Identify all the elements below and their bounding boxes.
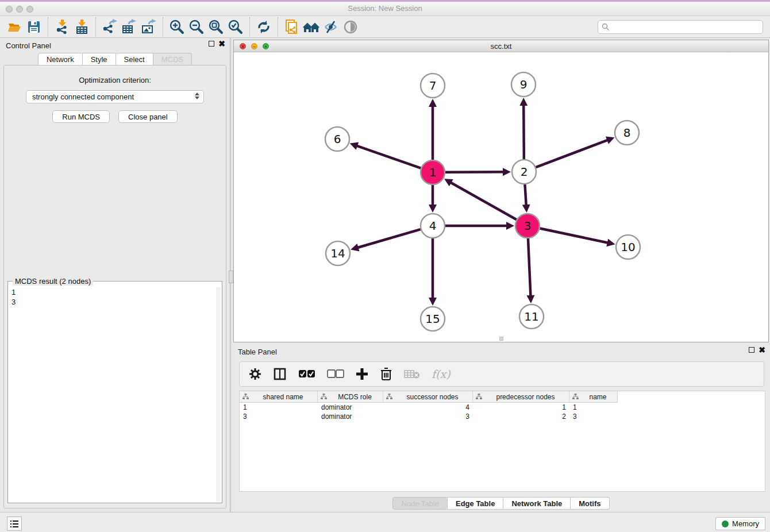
function-builder-icon[interactable]: f(x) xyxy=(432,368,451,380)
zoom-in-icon[interactable] xyxy=(167,18,187,36)
columns-icon[interactable] xyxy=(273,367,287,381)
svg-text:6: 6 xyxy=(334,132,341,146)
edge-4-14[interactable] xyxy=(357,229,421,248)
new-network-icon[interactable] xyxy=(282,18,302,36)
edge-3-11[interactable] xyxy=(528,238,531,297)
edge-2-3[interactable] xyxy=(525,184,526,206)
export-table-icon[interactable] xyxy=(120,18,139,36)
column-header-predecessor-nodes[interactable]: predecessor nodes xyxy=(473,391,569,403)
network-canvas[interactable]: 7968124314101511 xyxy=(234,52,768,342)
export-network-icon[interactable] xyxy=(100,18,120,36)
tab-style[interactable]: Style xyxy=(83,53,116,65)
delete-column-icon[interactable] xyxy=(380,367,392,381)
canvas-grip[interactable] xyxy=(499,337,503,341)
zoom-out-icon[interactable] xyxy=(187,18,206,36)
close-panel-button[interactable]: Close panel xyxy=(118,110,178,123)
show-all-icon[interactable] xyxy=(302,18,321,36)
column-header-name[interactable]: name xyxy=(569,391,618,403)
zoom-selected-icon[interactable] xyxy=(226,18,245,36)
graph-node-4[interactable]: 4 xyxy=(421,214,445,238)
network-window-titlebar[interactable]: ✕ − + scc.txt xyxy=(234,40,768,52)
add-column-icon[interactable] xyxy=(356,368,368,380)
table-row[interactable]: 1dominator411 xyxy=(240,403,765,412)
hide-selected-icon[interactable] xyxy=(321,18,341,36)
close-panel-icon[interactable]: ✖ xyxy=(218,41,225,47)
svg-text:14: 14 xyxy=(330,246,345,260)
graph-node-11[interactable]: 11 xyxy=(519,304,544,329)
graph-node-7[interactable]: 7 xyxy=(421,74,445,98)
table-cell[interactable]: 3 xyxy=(383,412,473,421)
import-network-icon[interactable] xyxy=(52,18,72,36)
tab-mcds[interactable]: MCDS xyxy=(153,53,192,65)
search-input[interactable] xyxy=(610,23,763,31)
column-header-MCDS-role[interactable]: MCDS role xyxy=(318,391,383,403)
graph-node-15[interactable]: 15 xyxy=(421,307,445,331)
svg-text:1: 1 xyxy=(429,165,437,179)
open-file-icon[interactable] xyxy=(5,18,24,36)
tab-network[interactable]: Network xyxy=(38,53,83,65)
table-cell[interactable]: dominator xyxy=(318,412,383,421)
search-icon xyxy=(602,23,610,31)
tab-edge-table[interactable]: Edge Table xyxy=(448,497,503,510)
task-history-button[interactable] xyxy=(7,516,22,531)
edge-3-1[interactable] xyxy=(450,182,517,220)
tab-network-table[interactable]: Network Table xyxy=(503,497,571,510)
graph-node-2[interactable]: 2 xyxy=(512,160,536,184)
edge-1-2[interactable] xyxy=(445,172,505,172)
run-mcds-button[interactable]: Run MCDS xyxy=(52,110,110,123)
edge-arrowhead xyxy=(429,99,437,107)
table-cell[interactable]: dominator xyxy=(318,403,383,412)
select-all-icon[interactable] xyxy=(298,369,315,379)
edge-arrowhead xyxy=(350,142,359,150)
memory-button[interactable]: Memory xyxy=(715,517,765,530)
titlebar: Session: New Session xyxy=(0,2,770,16)
gear-icon[interactable] xyxy=(249,368,261,380)
network-window-title: scc.txt xyxy=(234,42,768,51)
table-cell[interactable]: 1 xyxy=(473,403,569,412)
edge-2-8[interactable] xyxy=(536,140,609,167)
graph-node-10[interactable]: 10 xyxy=(616,235,640,259)
tab-select[interactable]: Select xyxy=(116,53,153,65)
node-table[interactable]: shared nameMCDS rolesuccessor nodesprede… xyxy=(239,391,765,492)
table-cell[interactable]: 3 xyxy=(240,412,318,421)
tab-motifs[interactable]: Motifs xyxy=(571,497,609,510)
delete-table-icon[interactable] xyxy=(404,369,420,379)
network-view-window: ✕ − + scc.txt 7968124314101511 xyxy=(233,40,769,342)
statusbar: Memory xyxy=(0,512,770,532)
table-row[interactable]: 3dominator323 xyxy=(240,412,765,421)
edge-2-9[interactable] xyxy=(523,104,524,159)
deselect-all-icon[interactable] xyxy=(327,369,344,379)
refresh-layout-icon[interactable] xyxy=(254,18,274,36)
float-panel-icon[interactable] xyxy=(209,41,214,47)
table-cell[interactable]: 4 xyxy=(383,403,473,412)
result-scrollbar[interactable] xyxy=(216,287,221,502)
export-image-icon[interactable] xyxy=(139,18,159,36)
save-session-icon[interactable] xyxy=(24,18,44,36)
column-header-successor-nodes[interactable]: successor nodes xyxy=(383,391,473,403)
search-box[interactable] xyxy=(598,20,763,34)
close-table-panel-icon[interactable]: ✖ xyxy=(759,347,765,353)
graph-node-14[interactable]: 14 xyxy=(326,241,350,265)
graph-node-8[interactable]: 8 xyxy=(615,121,639,145)
table-cell[interactable]: 2 xyxy=(473,412,569,421)
column-header-shared-name[interactable]: shared name xyxy=(240,391,318,403)
graph-node-1[interactable]: 1 xyxy=(421,160,445,184)
optimization-criterion-dropdown[interactable]: strongly connected component xyxy=(26,90,204,103)
show-hidden-icon[interactable] xyxy=(341,18,360,36)
table-cell[interactable]: 3 xyxy=(569,412,618,421)
graph-node-3[interactable]: 3 xyxy=(515,214,540,238)
tab-node-table[interactable]: Node Table xyxy=(392,497,448,510)
control-panel-tabs: NetworkStyleSelectMCDS xyxy=(0,53,230,65)
edge-3-10[interactable] xyxy=(540,229,609,243)
table-cell[interactable]: 1 xyxy=(569,403,618,412)
float-table-panel-icon[interactable] xyxy=(749,347,754,353)
graph-node-9[interactable]: 9 xyxy=(511,72,536,97)
graph-node-6[interactable]: 6 xyxy=(325,127,349,151)
import-table-icon[interactable] xyxy=(72,18,91,36)
zoom-fit-icon[interactable] xyxy=(206,18,226,36)
svg-text:9: 9 xyxy=(520,78,528,91)
mcds-result-text[interactable]: 1 3 xyxy=(9,287,216,502)
table-cell[interactable]: 1 xyxy=(240,403,318,412)
sort-icon xyxy=(572,394,579,400)
edge-1-6[interactable] xyxy=(356,145,421,168)
